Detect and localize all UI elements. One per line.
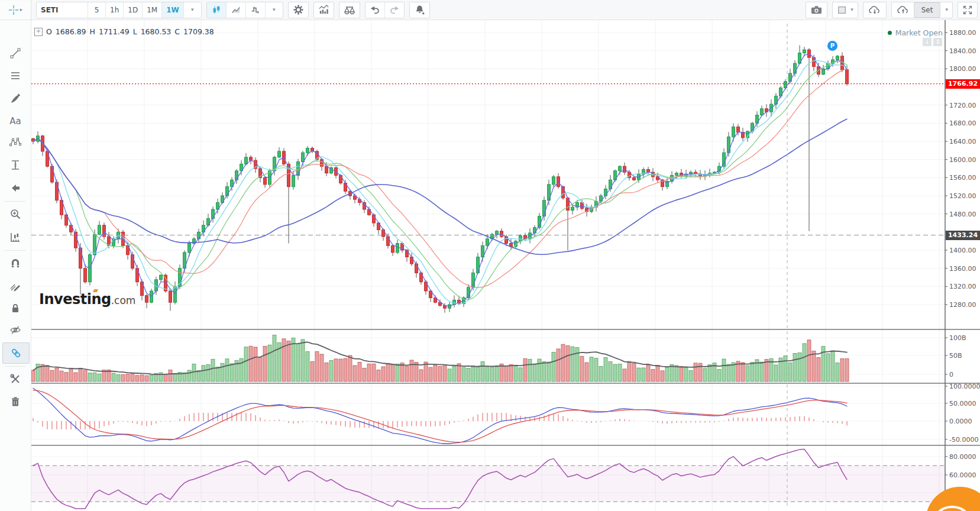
timeframe-dropdown[interactable]: ▾ xyxy=(183,2,201,18)
eye-slash-icon xyxy=(9,324,21,336)
price-axis[interactable] xyxy=(945,20,980,511)
volume-panel[interactable] xyxy=(31,329,945,383)
tool-brush[interactable] xyxy=(2,89,28,109)
chart-type-dropdown[interactable]: ▾ xyxy=(265,2,283,18)
tool-measure[interactable] xyxy=(2,227,28,247)
fullscreen-button[interactable] xyxy=(958,2,978,18)
line-type-button[interactable] xyxy=(226,2,245,18)
undo-redo-group xyxy=(365,2,405,18)
tools-icon xyxy=(9,373,21,385)
settings-button[interactable] xyxy=(288,2,309,18)
market-open-label: Market Open xyxy=(895,28,943,37)
tool-horizontal-lines[interactable] xyxy=(2,66,28,86)
trading-chart-app: ▸ SETI 5 1h 1D 1M 1W ▾ xyxy=(0,0,980,511)
save-layout-button[interactable]: Set ▾ xyxy=(891,2,953,18)
price-panel[interactable] xyxy=(31,20,945,329)
tool-drawing-mode[interactable] xyxy=(2,276,28,296)
expand-tools-arrow[interactable]: ▸ xyxy=(20,7,23,12)
timeframe-1h[interactable]: 1h xyxy=(105,2,123,18)
scroll-down-button[interactable]: ↓ xyxy=(923,38,932,46)
timeframe-5[interactable]: 5 xyxy=(88,2,105,18)
layout-name-chip[interactable]: Set xyxy=(914,2,941,18)
cloud-save-icon xyxy=(896,4,910,16)
tool-lock[interactable] xyxy=(2,298,28,318)
watermark-suffix: .com xyxy=(111,295,136,306)
candlestick-type-icon xyxy=(211,5,222,15)
layout-button[interactable]: ▾ xyxy=(832,2,858,18)
indicators-button[interactable] xyxy=(313,2,334,18)
layout-save-dropdown[interactable]: ▾ xyxy=(945,7,948,12)
redo-icon xyxy=(389,5,400,15)
tool-xabcd-pattern[interactable] xyxy=(2,132,28,153)
tool-trend-line[interactable] xyxy=(2,43,28,63)
undo-button[interactable] xyxy=(366,2,384,18)
undo-icon xyxy=(370,5,380,15)
step-type-button[interactable] xyxy=(245,2,265,18)
timeframe-1w-active[interactable]: 1W xyxy=(161,2,183,18)
macd-panel[interactable] xyxy=(31,383,945,445)
ohlc-legend: + O 1686.89 H 1711.49 L 1680.53 C 1709.3… xyxy=(34,27,214,36)
ohlc-low-label: L xyxy=(133,27,137,36)
ohlc-open-label: O xyxy=(46,27,52,36)
market-status: Market Open xyxy=(886,28,943,37)
top-toolbar: ▸ SETI 5 1h 1D 1M 1W ▾ xyxy=(0,0,980,20)
tool-text[interactable]: Aa xyxy=(2,111,28,131)
ohlc-close-value: 1709.38 xyxy=(183,27,214,36)
chart-type-group: ▾ xyxy=(206,2,283,18)
ohlc-high-label: H xyxy=(90,27,95,36)
timeframe-1d[interactable]: 1D xyxy=(123,2,142,18)
trend-line-icon xyxy=(9,47,21,59)
ref-price-badge: 1433.24 xyxy=(946,231,980,240)
settings-gear-icon xyxy=(293,4,304,15)
tool-link[interactable] xyxy=(2,342,30,364)
indicators-icon xyxy=(318,4,329,15)
horizontal-lines-icon xyxy=(9,70,21,82)
symbol-input[interactable]: SETI xyxy=(37,2,88,18)
symbol-interval-group: SETI 5 1h 1D 1M 1W ▾ xyxy=(36,2,202,18)
load-layout-button[interactable] xyxy=(863,2,887,18)
camera-icon xyxy=(810,4,823,15)
legend-toggle-icon[interactable]: + xyxy=(34,28,43,36)
chat-bubble-button[interactable] xyxy=(926,487,980,511)
tool-magnet[interactable] xyxy=(2,253,28,273)
lock-icon xyxy=(9,302,21,314)
candlestick-type-button[interactable] xyxy=(207,2,226,18)
market-open-dot-icon xyxy=(888,31,892,35)
ohlc-open-value: 1686.89 xyxy=(56,27,86,36)
layout-icon xyxy=(837,5,848,15)
alert-button[interactable] xyxy=(409,2,430,18)
long-position-icon xyxy=(9,159,21,171)
xabcd-pattern-icon xyxy=(9,137,21,148)
ohlc-close-label: C xyxy=(174,27,180,36)
step-type-icon xyxy=(250,5,261,15)
screenshot-button[interactable] xyxy=(806,2,827,18)
text-tool-icon: Aa xyxy=(9,116,21,127)
link-icon xyxy=(10,347,22,359)
p-badge[interactable]: P xyxy=(827,41,837,51)
fullscreen-icon xyxy=(962,5,973,15)
line-type-icon xyxy=(231,5,241,15)
chat-icon xyxy=(926,487,980,511)
redo-button[interactable] xyxy=(384,2,404,18)
drawing-mode-icon xyxy=(9,280,21,292)
zoom-in-icon xyxy=(9,208,21,220)
crosshair-icon xyxy=(8,5,19,15)
crosshair-tool-button[interactable]: ▸ xyxy=(0,1,31,20)
rsi-panel[interactable] xyxy=(31,445,945,511)
tool-trash[interactable] xyxy=(2,392,28,412)
layout-dropdown-arrow[interactable]: ▾ xyxy=(850,7,853,12)
drawing-toolbar: Aa xyxy=(0,20,31,511)
compare-button[interactable] xyxy=(339,2,360,18)
timeframe-1m[interactable]: 1M xyxy=(142,2,161,18)
tool-arrow-back[interactable] xyxy=(2,178,28,198)
watermark-main: Investing xyxy=(39,291,111,308)
tool-hide-drawings[interactable] xyxy=(2,320,28,340)
ohlc-low-value: 1680.53 xyxy=(141,27,172,36)
scroll-updown-button[interactable]: ↕ xyxy=(933,38,942,46)
tool-settings-tools[interactable] xyxy=(2,369,28,389)
cloud-load-icon xyxy=(868,4,882,16)
tool-zoom-in[interactable] xyxy=(2,204,28,224)
tool-long-position[interactable] xyxy=(2,155,28,175)
brush-icon xyxy=(9,93,21,105)
magnet-icon xyxy=(9,257,21,269)
